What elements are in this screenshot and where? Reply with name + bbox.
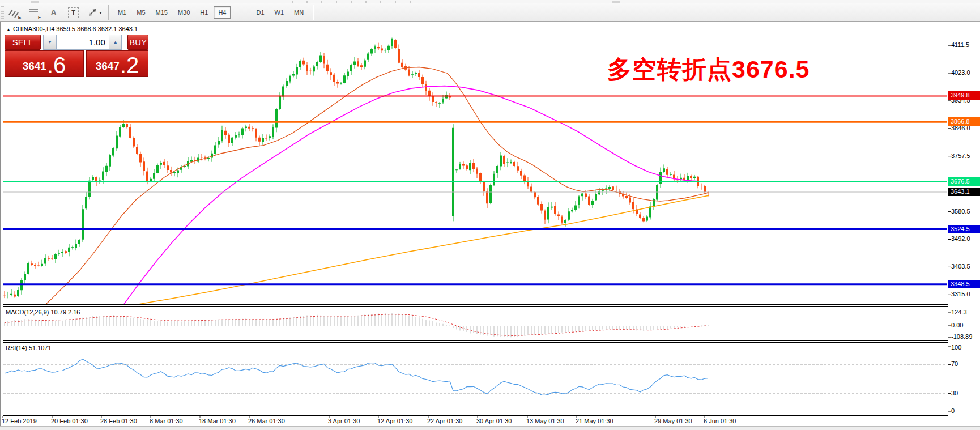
- date-axis-label: 21 May 01:30: [576, 418, 613, 424]
- price-line-label: 3866.8: [948, 117, 980, 126]
- macd-indicator-pane[interactable]: [3, 306, 948, 341]
- date-axis-label: 3 Apr 01:30: [328, 418, 360, 424]
- macd-axis-tick: 0.00: [951, 322, 963, 329]
- cycle-arrows-icon: [87, 8, 97, 17]
- dropdown-caret-icon: ▼: [99, 11, 103, 15]
- price-axis-tick: 3757.5: [951, 152, 970, 159]
- rsi-axis-tick: 100: [951, 344, 961, 351]
- volume-decrease-button[interactable]: ▼: [43, 35, 57, 50]
- price-axis-tick: 3492.0: [951, 235, 970, 242]
- window-left-edge: [0, 22, 1, 430]
- toolbar-separator: [313, 5, 313, 20]
- chart-pattern-sub-label: E: [18, 15, 21, 20]
- date-axis-label: 28 Feb 01:30: [100, 418, 137, 424]
- date-axis-label: 12 Feb 2019: [2, 418, 37, 424]
- timeframe-button-m30[interactable]: M30: [173, 6, 194, 19]
- spinner-up-icon: ▲: [113, 40, 118, 45]
- chart-pattern-button[interactable]: E: [6, 5, 22, 20]
- buy-price-display[interactable]: 3647.2: [86, 50, 148, 77]
- toolbar-top-strip-marks: [292, 1, 412, 3]
- date-axis-label: 13 May 01:30: [526, 418, 564, 424]
- toolbar-top-strip: [0, 0, 980, 3]
- date-axis-label: 20 Feb 01:30: [51, 418, 88, 424]
- date-axis-label: 6 Jun 01:30: [704, 418, 736, 424]
- price-axis-tick: 3580.5: [951, 208, 970, 215]
- timeframe-group: M1M5M15M30H1H4D1W1MN: [113, 6, 309, 19]
- buy-price-frac: .2: [120, 56, 139, 75]
- macd-label: MACD(12,26,9) 10.79 2.16: [6, 309, 80, 316]
- timeframe-button-m15[interactable]: M15: [151, 6, 172, 19]
- date-axis-label: 8 Mar 01:30: [150, 418, 183, 424]
- price-axis-tick: 4111.5: [951, 41, 969, 48]
- bottom-status-strip: [0, 426, 980, 430]
- price-line-label: 3348.5: [948, 280, 980, 288]
- macd-axis-tick: -108.89: [951, 333, 972, 340]
- volume-increase-button[interactable]: ▲: [109, 35, 122, 50]
- chart-annotation-text: 多空转折点3676.5: [607, 53, 810, 86]
- timeframe-button-h1[interactable]: H1: [195, 6, 212, 19]
- price-axis-tick: 3403.5: [951, 263, 970, 270]
- cycle-arrows-button[interactable]: ▼: [86, 5, 104, 20]
- price-axis-tick: 3315.0: [951, 291, 970, 297]
- rsi-axis-tick: 30: [951, 390, 958, 397]
- sell-price-frac: .6: [47, 56, 66, 75]
- toolbar-grip[interactable]: [1, 6, 4, 19]
- toolbar-top-strip-mark: [612, 1, 620, 3]
- grid-forecast-button[interactable]: F: [26, 5, 41, 20]
- price-line-label: 3524.5: [948, 225, 980, 233]
- one-click-trading-panel: SELL ▼ ▲ BUY 3641.6 3647.2: [5, 35, 148, 77]
- price-line-label: 3676.5: [948, 177, 980, 186]
- timeframe-button-m1[interactable]: M1: [113, 6, 131, 19]
- timeframe-button-m5[interactable]: M5: [132, 6, 150, 19]
- timeframe-button-h4[interactable]: H4: [214, 6, 231, 19]
- font-style-button[interactable]: A: [46, 5, 61, 20]
- price-axis-tick: 4023.0: [951, 69, 970, 76]
- timeframe-button-w1[interactable]: W1: [270, 6, 289, 19]
- collapse-arrow-icon[interactable]: ▲: [6, 27, 11, 32]
- date-axis-label: 29 May 01:30: [654, 418, 692, 424]
- macd-axis-tick: 124.3: [951, 309, 967, 316]
- date-axis-label: 18 Mar 01:30: [199, 418, 236, 424]
- toolbar: E F A T ▼ M1M5M15M30H1H4D1W: [0, 0, 980, 22]
- toolbar-top-strip-mark: [31, 1, 39, 3]
- rsi-label: RSI(14) 51.1071: [6, 344, 52, 351]
- symbol-header[interactable]: ▲CHINA300-,H4 3659.5 3668.6 3632.1 3643.…: [6, 25, 138, 32]
- text-label-icon: T: [68, 7, 79, 18]
- spinner-down-icon: ▼: [48, 40, 52, 45]
- rsi-axis-tick: 0: [951, 407, 955, 414]
- date-axis-label: 22 Apr 01:30: [427, 418, 462, 424]
- font-a-icon: A: [50, 8, 56, 17]
- price-line-label: 3643.1: [948, 188, 980, 196]
- date-axis-label: 12 Apr 01:30: [377, 418, 412, 424]
- sell-price-display[interactable]: 3641.6: [5, 50, 84, 77]
- rsi-axis-tick: 70: [951, 360, 958, 367]
- text-label-button[interactable]: T: [66, 5, 81, 20]
- grid-forecast-sub-label: F: [38, 15, 41, 20]
- symbol-ohlc-text: CHINA300-,H4 3659.5 3668.6 3632.1 3643.1: [13, 25, 138, 32]
- buy-price-main: 3647: [96, 58, 120, 75]
- date-axis-label: 26 Mar 01:30: [248, 418, 285, 424]
- timeframe-button-d1[interactable]: D1: [252, 6, 269, 19]
- sell-button[interactable]: SELL: [5, 35, 41, 50]
- toolbar-row: E F A T ▼ M1M5M15M30H1H4D1W: [0, 4, 317, 21]
- toolbar-separator: [108, 5, 109, 20]
- timeframe-button-mn[interactable]: MN: [289, 6, 308, 19]
- rsi-indicator-pane[interactable]: [3, 342, 948, 416]
- date-axis-label: 30 Apr 01:30: [476, 418, 512, 424]
- volume-input[interactable]: [57, 35, 109, 50]
- buy-button[interactable]: BUY: [127, 35, 148, 50]
- sell-price-main: 3641: [23, 58, 46, 75]
- price-line-label: 3949.8: [948, 91, 980, 100]
